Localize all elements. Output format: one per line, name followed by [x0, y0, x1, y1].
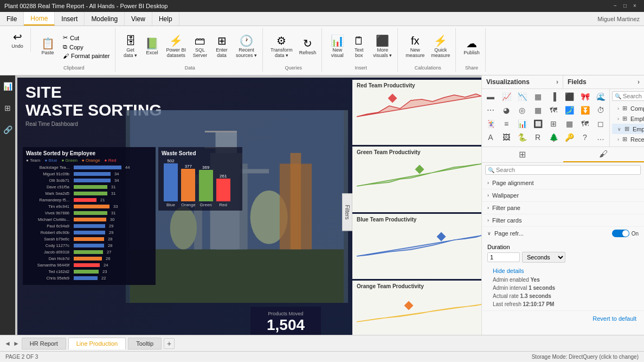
viz-shape[interactable]: ◻ — [593, 117, 608, 130]
viz-map[interactable]: 🗺 — [546, 104, 561, 117]
viz-gauge[interactable]: ⏱ — [593, 104, 608, 117]
viz-column[interactable]: ▐ — [546, 90, 561, 103]
viz-panel-expand[interactable]: › — [556, 78, 558, 86]
tab-insert[interactable]: Insert — [55, 12, 85, 26]
tab-tooltip[interactable]: Tooltip — [128, 338, 162, 350]
format-painter-button[interactable]: 🖌 Format painter — [61, 52, 112, 60]
quick-measure-button[interactable]: ⚡ Quickmeasure — [429, 34, 452, 59]
waste-row-16: Samantha 96449f24 — [26, 263, 152, 268]
revert-button[interactable]: Revert to default — [587, 313, 642, 324]
viz-matrix[interactable]: ▦ — [562, 117, 577, 130]
tab-view[interactable]: View — [125, 12, 152, 26]
fields-panel-expand[interactable]: › — [637, 78, 640, 86]
viz-image[interactable]: 🖼 — [499, 131, 514, 144]
excel-button[interactable]: 📗 Excel — [143, 37, 162, 56]
sidebar-icon-model[interactable]: 🔗 — [1, 123, 14, 136]
tab-help[interactable]: Help — [152, 12, 179, 26]
viz-stacked-bar[interactable]: ▬ — [483, 90, 498, 103]
fields-panel-title: Fields — [568, 78, 587, 86]
viz-python[interactable]: 🐍 — [514, 131, 530, 144]
title-bar-controls: − □ × — [614, 3, 640, 9]
viz-card[interactable]: 🃏 — [483, 117, 498, 130]
viz-r[interactable]: R — [530, 131, 545, 144]
tab-file[interactable]: File — [0, 12, 24, 26]
add-page-button[interactable]: + — [164, 338, 175, 349]
format-tab-data[interactable]: ⊞ — [482, 147, 563, 162]
new-measure-button[interactable]: fx Newmeasure — [403, 34, 427, 59]
field-expand-icon-4: › — [617, 137, 619, 142]
format-section-wallpaper-header[interactable]: › Wallpaper — [482, 189, 644, 201]
storage-mode[interactable]: Storage Mode: DirectQuery (click to chan… — [532, 354, 639, 360]
text-box-button[interactable]: 🗒 Textbox — [349, 34, 369, 59]
viz-table[interactable]: ⊞ — [546, 117, 561, 130]
duration-input[interactable] — [487, 252, 520, 262]
viz-100bar[interactable]: ▦ — [530, 90, 545, 103]
sql-button[interactable]: 🗃 SQLServer — [190, 34, 210, 59]
format-section-filter-pane-header[interactable]: › Filter pane — [482, 202, 644, 214]
new-visual-button[interactable]: 📊 Newvisual — [327, 34, 347, 59]
powerbi-datasets-button[interactable]: ⚡ Power BIdatasets — [164, 34, 189, 59]
viz-ribbon[interactable]: 🎀 — [577, 90, 593, 103]
format-section-filter-cards-header[interactable]: › Filter cards — [482, 214, 644, 226]
field-company-production[interactable]: › ⊞ Company_Production — [612, 103, 644, 113]
viz-stacked-col[interactable]: ⬛ — [562, 90, 577, 103]
get-data-button[interactable]: 🗄 Getdata ▾ — [121, 34, 140, 59]
fields-search-input[interactable] — [623, 93, 644, 99]
field-employees[interactable]: ∨ ⊞ Employees — [612, 124, 644, 134]
field-employee-production[interactable]: › ⊞ Employee_Production — [612, 113, 644, 124]
format-tab-paint[interactable]: 🖌 — [563, 147, 645, 162]
viz-pie[interactable]: ◕ — [499, 104, 514, 117]
viz-area[interactable]: 📉 — [514, 90, 530, 103]
page-alignment-chevron: › — [487, 180, 489, 186]
viz-multirow[interactable]: ≡ — [499, 117, 514, 130]
refresh-button[interactable]: ↻ Refresh — [297, 37, 319, 56]
viz-more[interactable]: … — [593, 131, 608, 144]
viz-slicer[interactable]: 🔲 — [530, 117, 545, 130]
tab-hr-report[interactable]: HR Report — [22, 338, 66, 350]
copy-button[interactable]: ⧉ Copy — [61, 43, 112, 51]
sidebar-icon-data[interactable]: ⊞ — [1, 101, 14, 115]
minimize-button[interactable]: − — [614, 3, 620, 9]
viz-filled-map[interactable]: 🗾 — [562, 104, 577, 117]
viz-textbox[interactable]: A — [483, 131, 498, 144]
viz-key-influencers[interactable]: 🔑 — [562, 131, 577, 144]
enter-data-button[interactable]: ⊞ Enterdata — [212, 34, 231, 59]
duration-unit-select[interactable]: Seconds Minutes — [522, 252, 565, 263]
field-recent-teams[interactable]: › ⊞ Recent_Teams — [612, 134, 644, 144]
format-section-page-alignment-header[interactable]: › Page alignment — [482, 177, 644, 189]
waste-table: Waste Sorted by Employee ● Team ● Blue ●… — [23, 147, 156, 285]
tab-line-production[interactable]: Line Production — [68, 338, 126, 350]
viz-kpi[interactable]: 📊 — [514, 117, 530, 130]
viz-scatter[interactable]: ⋯ — [483, 104, 498, 117]
viz-decomp[interactable]: 🌲 — [546, 131, 561, 144]
viz-azmap[interactable]: 🗺 — [577, 117, 593, 130]
viz-treemap[interactable]: ▦ — [530, 104, 545, 117]
viz-qna[interactable]: ? — [577, 131, 593, 144]
recent-sources-button[interactable]: 🕐 Recentsources ▾ — [234, 34, 259, 59]
tab-nav-prev[interactable]: ◄ — [4, 340, 11, 347]
viz-funnel[interactable]: ⏬ — [577, 104, 593, 117]
maximize-button[interactable]: □ — [623, 3, 630, 9]
svg-marker-14 — [357, 94, 481, 117]
paste-button[interactable]: 📋 Paste — [36, 37, 59, 56]
sidebar-icon-report[interactable]: 📊 — [1, 80, 14, 93]
publish-button[interactable]: ☁ Publish — [461, 37, 482, 56]
viz-line[interactable]: 📈 — [499, 90, 514, 103]
tab-modeling[interactable]: Modeling — [85, 12, 125, 26]
filters-panel-tab[interactable]: Filters — [342, 193, 352, 231]
page-refresh-toggle[interactable] — [612, 230, 629, 237]
viz-waterfall[interactable]: 🌊 — [593, 90, 608, 103]
transform-button[interactable]: ⚙ Transformdata ▾ — [268, 34, 295, 59]
undo-button[interactable]: ↩ Undo — [8, 30, 27, 50]
viz-donut[interactable]: ◎ — [514, 104, 530, 117]
hide-details-link[interactable]: Hide details — [487, 266, 639, 276]
more-visuals-button[interactable]: ⬛ Morevisuals ▾ — [371, 34, 394, 59]
format-section-page-refresh-header[interactable]: ∨ Page refr... On — [482, 227, 644, 240]
tab-nav-next[interactable]: ► — [13, 340, 20, 347]
cut-button[interactable]: ✂ Cut — [61, 34, 112, 42]
excel-icon: 📗 — [145, 38, 159, 49]
field-employees-label: Employees — [633, 126, 644, 132]
format-search-input[interactable] — [496, 167, 638, 173]
tab-home[interactable]: Home — [24, 12, 55, 26]
close-button[interactable]: × — [633, 3, 640, 9]
